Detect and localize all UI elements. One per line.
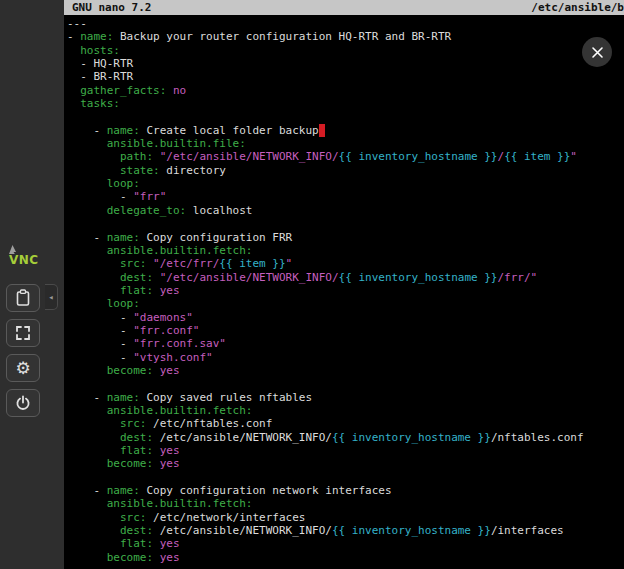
terminal-line: - "frr.conf" [67,324,624,337]
vnc-logo: VNC [9,245,47,275]
gear-icon: ⚙ [15,360,30,377]
terminal-line: dest: /etc/ansible/NETWORK_INFO/{{ inven… [67,524,624,537]
terminal-line: - "daemons" [67,311,624,324]
terminal-line: - BR-RTR [67,70,624,83]
control-bar-handle[interactable]: ◂ [45,284,58,310]
terminal-line: gather_facts: no [67,84,624,97]
clipboard-icon [15,289,31,307]
terminal-line: path: "/etc/ansible/NETWORK_INFO/{{ inve… [67,150,624,163]
fullscreen-button[interactable] [6,319,40,347]
terminal-line: become: yes [67,551,624,564]
screen: VNC ⚙ ◂ GNU nano 7.2 /etc/ [0,0,624,569]
close-button[interactable] [582,37,612,67]
terminal-line: ansible.builtin.fetch: [67,404,624,417]
terminal-line: flat: yes [67,537,624,550]
terminal-line: - name: Copy configuration network inter… [67,484,624,497]
terminal-line: ansible.builtin.fetch: [67,244,624,257]
terminal-line: src: /etc/network/interfaces [67,511,624,524]
terminal-line: state: directory [67,164,624,177]
terminal-line: - name: Copy saved rules nftables [67,391,624,404]
terminal-line: loop: [67,297,624,310]
terminal-line: become: yes [67,457,624,470]
terminal-line: dest: "/etc/ansible/NETWORK_INFO/{{ inve… [67,271,624,284]
terminal-line: ansible.builtin.file: [67,137,624,150]
text-cursor [319,124,326,137]
nano-editor[interactable]: ---- name: Backup your router configurat… [64,15,624,564]
terminal-line: - "frr" [67,190,624,203]
terminal-line: dest: /etc/ansible/NETWORK_INFO/{{ inven… [67,431,624,444]
settings-button[interactable]: ⚙ [6,354,40,382]
terminal-line [67,217,624,230]
terminal-line: tasks: [67,97,624,110]
nano-titlebar: GNU nano 7.2 /etc/ansible/b [64,0,624,15]
nano-app-title: GNU nano 7.2 [72,0,151,15]
terminal-line: hosts: [67,44,624,57]
clipboard-button[interactable] [6,284,40,312]
terminal-line: --- [67,17,624,30]
nano-filename: /etc/ansible/b [531,0,624,15]
terminal-line: src: /etc/nftables.conf [67,417,624,430]
terminal-line [67,471,624,484]
terminal-line: ansible.builtin.fetch: [67,497,624,510]
vnc-logo-text: VNC [9,254,39,267]
terminal-line [67,377,624,390]
disconnect-button[interactable] [6,389,40,417]
terminal-line: - "frr.conf.sav" [67,337,624,350]
terminal-line: become: yes [67,364,624,377]
close-icon [591,46,604,59]
terminal-line: flat: yes [67,284,624,297]
vnc-control-bar: VNC ⚙ ◂ [0,0,64,569]
terminal-line: delegate_to: localhost [67,204,624,217]
fullscreen-icon [15,325,31,341]
terminal-line: - name: Backup your router configuration… [67,30,624,43]
terminal-line: - "vtysh.conf" [67,351,624,364]
terminal-line: - name: Create local folder backup [67,124,624,137]
terminal-line: loop: [67,177,624,190]
power-icon [15,395,31,411]
terminal-window[interactable]: GNU nano 7.2 /etc/ansible/b ---- name: B… [64,0,624,569]
terminal-line: - name: Copy configuration FRR [67,231,624,244]
terminal-line [67,110,624,123]
terminal-line: flat: yes [67,444,624,457]
terminal-line: - HQ-RTR [67,57,624,70]
terminal-line: src: "/etc/frr/{{ item }}" [67,257,624,270]
